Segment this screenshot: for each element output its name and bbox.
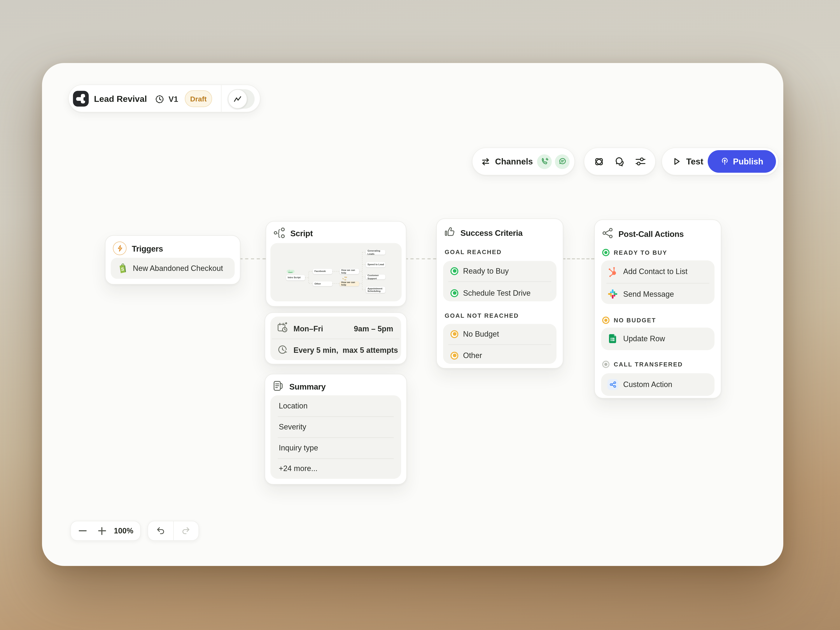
screenshot: Lead Revival V1 Draft	[0, 0, 840, 630]
zoom-controls: 100%	[70, 521, 141, 541]
mini-goto-label: ↳Go to	[341, 278, 349, 280]
app-window: Lead Revival V1 Draft	[42, 63, 783, 566]
divider	[448, 344, 551, 345]
failure-option[interactable]: No Budget	[463, 330, 499, 338]
action-label[interactable]: Send Message	[623, 290, 674, 298]
zoom-level: 100%	[114, 527, 133, 535]
redo-icon	[181, 526, 191, 536]
channels-label: Channels	[495, 157, 533, 166]
play-icon	[671, 156, 682, 167]
broadcast-icon	[720, 157, 729, 166]
radio-amber	[602, 317, 609, 324]
triggers-card[interactable]: Triggers S New Abandoned Checkout	[105, 235, 240, 284]
redo-button[interactable]	[174, 526, 199, 536]
card-title: Summary	[289, 382, 326, 392]
undo-button[interactable]	[148, 526, 173, 536]
toolbar-pill	[584, 148, 656, 175]
mini-start-badge: → Start	[287, 270, 295, 273]
connector	[405, 258, 436, 259]
divider	[606, 283, 709, 283]
svg-text:S: S	[121, 267, 124, 272]
radio-green	[450, 267, 458, 275]
undo-icon	[155, 526, 166, 536]
divider	[278, 437, 394, 437]
message-channel-badge[interactable]	[555, 154, 570, 169]
radio-amber	[450, 330, 458, 338]
connector	[562, 258, 595, 259]
summary-more-row[interactable]: +24 more...	[279, 464, 317, 472]
summary-card[interactable]: Summary Location Severity Inquiry type +…	[265, 374, 407, 485]
divider	[278, 416, 394, 417]
mini-node: Speed to Lead	[366, 262, 385, 267]
knot-icon[interactable]	[594, 156, 605, 167]
summary-row[interactable]: Severity	[279, 423, 306, 431]
retry-clock-icon	[277, 344, 288, 355]
share-nodes-icon	[602, 227, 614, 239]
action-label[interactable]: Update Row	[623, 335, 665, 343]
schedule-hours: 9am – 5pm	[354, 324, 393, 333]
version-label[interactable]: V1	[169, 95, 178, 104]
connector	[239, 258, 266, 259]
schedule-card[interactable]: Mon–Fri 9am – 5pm Every 5 min, max 5 att…	[265, 313, 407, 365]
publish-button[interactable]: Publish	[708, 150, 776, 173]
run-pill: Test Publish	[662, 148, 779, 175]
workflow-title: Lead Revival	[94, 94, 147, 104]
trigger-label: New Abandoned Checkout	[133, 264, 223, 273]
message-icon	[558, 158, 566, 166]
retry-policy: Every 5 min, max 5 attempts	[294, 346, 398, 354]
analytics-toggle[interactable]	[228, 89, 255, 109]
schedule-days: Mon–Fri	[294, 324, 323, 333]
history-icon[interactable]	[155, 95, 164, 104]
success-criteria-card[interactable]: Success Criteria GOAL REACHED Ready to B…	[436, 218, 564, 369]
status-badge: Draft	[185, 90, 212, 107]
phone-channel-badge[interactable]	[537, 154, 552, 169]
script-card[interactable]: { Script → Start Intro Script Facebook	[266, 221, 406, 307]
action-label[interactable]: Custom Action	[623, 380, 673, 388]
radio-green	[450, 289, 458, 297]
summary-row[interactable]: Inquiry type	[279, 444, 318, 452]
sliders-icon[interactable]	[635, 156, 646, 167]
zoom-out-button[interactable]	[71, 530, 94, 531]
divider	[448, 281, 551, 282]
radio-green	[602, 249, 609, 256]
failure-option[interactable]: Other	[463, 351, 482, 360]
mini-node: How we can help	[340, 269, 359, 274]
zoom-in-button[interactable]	[94, 530, 110, 531]
trigger-item[interactable]: S New Abandoned Checkout	[111, 258, 235, 279]
app-logo[interactable]	[73, 91, 89, 107]
mini-node-highlighted: How we can help	[340, 281, 359, 286]
success-option[interactable]: Schedule Test Drive	[463, 289, 531, 297]
summary-row[interactable]: Location	[279, 402, 308, 410]
channels-button[interactable]: Channels	[472, 148, 575, 175]
section-label: CALL TRANSFERED	[614, 361, 683, 368]
action-label[interactable]: Add Contact to List	[623, 267, 688, 276]
success-option[interactable]: Ready to Buy	[463, 267, 509, 275]
mini-node: Intro Script	[286, 275, 305, 280]
hubspot-icon	[608, 266, 619, 278]
divider	[272, 338, 399, 339]
radio-amber	[450, 352, 458, 360]
script-preview: → Start Intro Script Facebook Other How …	[270, 243, 402, 302]
mini-node: Facebook	[313, 269, 332, 274]
transfer-icon	[481, 157, 490, 166]
goal-not-reached-label: GOAL NOT REACHED	[445, 313, 519, 319]
google-sheets-icon	[608, 333, 618, 344]
mini-node: Other	[313, 281, 332, 286]
radio-gray	[602, 361, 609, 368]
publish-label: Publish	[733, 157, 763, 166]
phone-icon	[540, 158, 548, 166]
test-button[interactable]: Test	[686, 156, 704, 167]
goal-reached-label: GOAL REACHED	[445, 249, 502, 255]
card-title: Triggers	[132, 244, 163, 254]
mini-node: Customer Support	[366, 275, 385, 279]
chat-bubbles-icon[interactable]	[614, 156, 625, 167]
svg-text:{: {	[278, 227, 280, 238]
bolt-icon	[113, 242, 126, 255]
mini-node: Appointment Scheduling	[366, 287, 385, 293]
slack-icon	[608, 289, 618, 299]
mini-node: Generating Leads	[366, 250, 385, 255]
minus-icon	[79, 530, 87, 531]
workflow-icon: {	[273, 226, 286, 240]
toggle-knob[interactable]	[228, 89, 247, 109]
post-call-actions-card[interactable]: Post-Call Actions READY TO BUY Add Conta…	[594, 219, 722, 399]
